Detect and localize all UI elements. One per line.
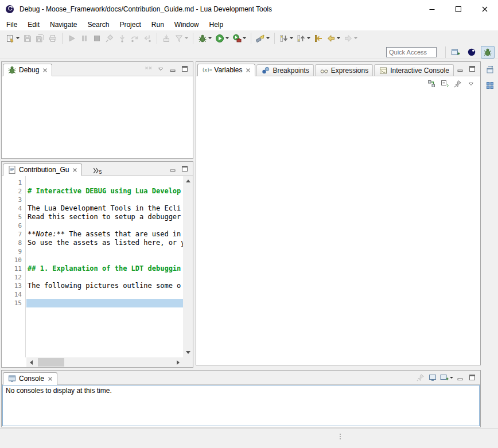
save-button[interactable] bbox=[22, 33, 33, 44]
editor-tab-overflow-button[interactable]: 5 bbox=[92, 167, 102, 176]
next-annotation-button[interactable] bbox=[278, 33, 294, 44]
line-number: 1 bbox=[2, 178, 22, 187]
debug-view-icon bbox=[7, 65, 17, 75]
lua-perspective-button[interactable] bbox=[465, 46, 478, 59]
disconnect-button[interactable] bbox=[104, 33, 115, 44]
scroll-up-button[interactable] bbox=[183, 176, 193, 186]
debug-view-panel: Debug bbox=[1, 61, 193, 159]
display-console-button[interactable] bbox=[427, 372, 438, 383]
run-button[interactable] bbox=[214, 33, 230, 44]
pin-console-button[interactable] bbox=[415, 372, 426, 383]
dropdown-arrow-icon bbox=[337, 37, 340, 39]
editor-tab-strip: Contribution_Gu 5 bbox=[2, 162, 193, 176]
new-wizard-button[interactable] bbox=[5, 33, 21, 44]
interactive-console-icon bbox=[379, 66, 388, 75]
window-controls bbox=[419, 0, 498, 18]
view-menu-button[interactable] bbox=[155, 64, 166, 74]
tab-label: Variables bbox=[214, 66, 242, 74]
close-icon[interactable] bbox=[42, 68, 48, 73]
tab-expressions[interactable]: Expressions bbox=[315, 64, 373, 76]
scroll-down-button[interactable] bbox=[183, 348, 193, 357]
menu-run[interactable]: Run bbox=[146, 19, 169, 30]
hidden-tabs-count: 5 bbox=[99, 169, 102, 175]
maximize-button[interactable] bbox=[467, 372, 477, 383]
open-console-button[interactable] bbox=[439, 372, 453, 383]
toolbar-separator bbox=[274, 33, 275, 44]
scroll-left-button[interactable] bbox=[26, 357, 36, 367]
variables-tab-strip: (x)=VariablesBreakpointsExpressionsInter… bbox=[196, 62, 480, 76]
suspend-button[interactable] bbox=[79, 33, 90, 44]
quick-access-input[interactable] bbox=[386, 47, 437, 57]
scrollbar-thumb[interactable] bbox=[38, 358, 64, 367]
maximize-button[interactable] bbox=[180, 163, 190, 174]
search-button[interactable] bbox=[255, 33, 271, 44]
step-over-button[interactable] bbox=[129, 33, 141, 44]
step-return-button[interactable] bbox=[142, 33, 153, 44]
minimized-view-button[interactable] bbox=[484, 80, 496, 91]
debug-perspective-button[interactable] bbox=[481, 46, 495, 59]
menu-file[interactable]: File bbox=[1, 19, 22, 30]
code-segment: The Lua Development Tools in the Ecli bbox=[28, 204, 181, 212]
line-number: 13 bbox=[2, 282, 22, 290]
pin-view-button[interactable] bbox=[453, 79, 463, 89]
forward-button[interactable] bbox=[343, 33, 359, 44]
horizontal-scrollbar[interactable] bbox=[26, 357, 183, 367]
menu-edit[interactable]: Edit bbox=[22, 19, 45, 30]
print-button[interactable] bbox=[47, 33, 59, 44]
menu-window[interactable]: Window bbox=[169, 19, 204, 30]
show-logical-structure-button[interactable] bbox=[426, 79, 437, 89]
tab-console[interactable]: Console bbox=[3, 372, 57, 385]
maximize-button[interactable] bbox=[180, 64, 190, 74]
close-icon[interactable] bbox=[72, 167, 77, 173]
win-maximize-button[interactable] bbox=[445, 0, 472, 18]
resize-grip[interactable] bbox=[340, 434, 341, 439]
win-minimize-button[interactable] bbox=[419, 0, 445, 18]
minimize-button[interactable] bbox=[455, 64, 465, 74]
code-line bbox=[26, 299, 183, 307]
debug-button[interactable] bbox=[197, 33, 213, 44]
line-number: 11 bbox=[2, 264, 22, 273]
collapse-all-button[interactable] bbox=[439, 79, 450, 89]
toolbar-separator bbox=[193, 33, 193, 44]
tab-debug[interactable]: Debug bbox=[3, 64, 52, 76]
terminate-button[interactable] bbox=[91, 33, 103, 44]
close-icon[interactable] bbox=[48, 376, 53, 381]
dropdown-arrow-icon bbox=[307, 37, 310, 39]
save-all-button[interactable] bbox=[34, 33, 46, 44]
close-icon[interactable] bbox=[246, 68, 251, 73]
back-button[interactable] bbox=[325, 33, 341, 44]
line-number: 9 bbox=[2, 247, 22, 256]
code-area[interactable]: # Interactive DEBUG using Lua DevelopThe… bbox=[26, 176, 183, 357]
use-step-filters-button[interactable] bbox=[173, 33, 189, 44]
last-edit-location-button[interactable] bbox=[313, 33, 324, 44]
drop-to-frame-button[interactable] bbox=[161, 33, 172, 44]
maximize-button[interactable] bbox=[467, 64, 477, 74]
dropdown-arrow-icon bbox=[16, 37, 20, 39]
minimize-button[interactable] bbox=[168, 64, 178, 74]
remove-all-terminated-button[interactable] bbox=[143, 64, 154, 74]
tab-variables[interactable]: (x)=Variables bbox=[197, 64, 255, 76]
line-number-gutter: 123456789101112131415 bbox=[2, 176, 26, 357]
external-tools-button[interactable] bbox=[231, 33, 247, 44]
step-into-button[interactable] bbox=[116, 33, 128, 44]
minimize-button[interactable] bbox=[168, 163, 178, 174]
tab-interactive-console[interactable]: Interactive Console bbox=[374, 64, 454, 76]
win-close-button[interactable] bbox=[472, 0, 498, 18]
menu-help[interactable]: Help bbox=[204, 19, 229, 30]
scroll-right-button[interactable] bbox=[173, 357, 183, 367]
menu-navigate[interactable]: Navigate bbox=[45, 19, 82, 30]
view-menu-button[interactable] bbox=[466, 79, 476, 89]
open-perspective-button[interactable] bbox=[449, 46, 462, 59]
tab-breakpoints[interactable]: Breakpoints bbox=[256, 64, 313, 76]
restore-view-button[interactable] bbox=[484, 64, 496, 76]
vertical-scrollbar[interactable] bbox=[183, 176, 193, 357]
line-number: 10 bbox=[2, 256, 22, 264]
menu-project[interactable]: Project bbox=[114, 19, 146, 30]
previous-annotation-button[interactable] bbox=[295, 33, 312, 44]
resume-button[interactable] bbox=[66, 33, 77, 44]
minimize-button[interactable] bbox=[455, 372, 465, 383]
menu-search[interactable]: Search bbox=[82, 19, 114, 30]
minimized-views-strip bbox=[483, 61, 497, 427]
dropdown-arrow-icon bbox=[450, 377, 453, 379]
tab-contribution-guide[interactable]: Contribution_Gu bbox=[3, 163, 82, 176]
